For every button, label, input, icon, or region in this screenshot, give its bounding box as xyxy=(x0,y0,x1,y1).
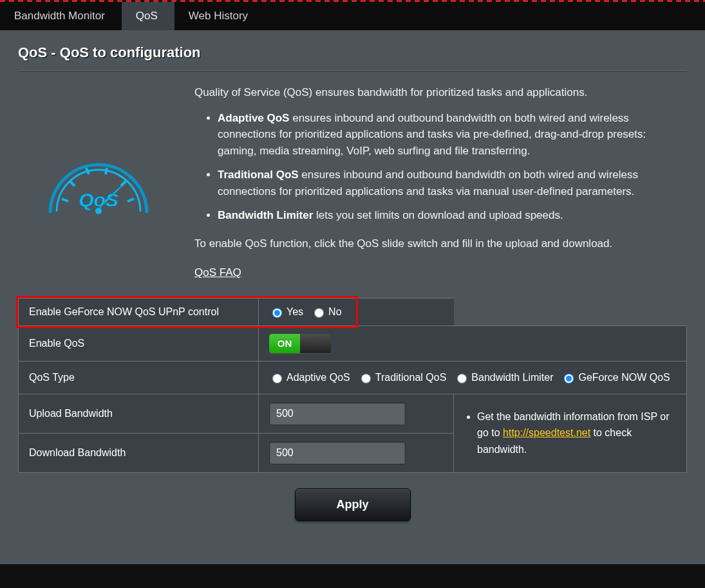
svg-line-4 xyxy=(121,181,126,186)
enable-qos-label: Enable QoS xyxy=(19,326,259,361)
toggle-on-label: ON xyxy=(269,334,300,353)
svg-line-5 xyxy=(127,199,134,201)
row-upload-bandwidth: Upload Bandwidth Mb/s Get the bandwidth … xyxy=(19,394,687,433)
speedtest-link[interactable]: http://speedtest.net xyxy=(503,427,590,438)
enable-qos-toggle[interactable]: ON xyxy=(269,334,331,353)
geforce-upnp-no-radio[interactable] xyxy=(314,308,324,318)
svg-line-3 xyxy=(106,168,107,174)
upload-bandwidth-label: Upload Bandwidth xyxy=(19,394,259,433)
geforce-upnp-no[interactable]: No xyxy=(311,306,341,318)
qos-type-adaptive[interactable]: Adaptive QoS xyxy=(269,372,350,383)
qos-type-adaptive-radio[interactable] xyxy=(272,374,282,383)
row-qos-type: QoS Type Adaptive QoS Traditional QoS Ba… xyxy=(19,361,687,394)
qos-type-limiter-radio[interactable] xyxy=(457,374,467,383)
apply-row: Apply xyxy=(18,488,687,521)
svg-line-0 xyxy=(62,199,68,201)
qos-type-limiter[interactable]: Bandwidth Limiter xyxy=(454,372,553,383)
upload-bandwidth-input[interactable] xyxy=(270,408,406,419)
intro-bullet-adaptive: Adaptive QoS ensures inbound and outboun… xyxy=(218,110,687,160)
no-label: No xyxy=(328,306,341,318)
geforce-option-label: GeForce NOW QoS xyxy=(578,372,670,383)
limiter-option-label: Bandwidth Limiter xyxy=(471,372,553,383)
page-title: QoS - QoS to configuration xyxy=(18,44,687,61)
limiter-desc: lets you set limits on download and uplo… xyxy=(313,209,563,221)
tab-web-history[interactable]: Web History xyxy=(174,2,265,30)
intro-bullet-limiter: Bandwidth Limiter lets you set limits on… xyxy=(218,207,687,224)
tab-qos[interactable]: QoS xyxy=(122,2,174,30)
qos-type-traditional[interactable]: Traditional QoS xyxy=(358,372,447,383)
geforce-upnp-yes-radio[interactable] xyxy=(272,308,282,318)
intro-enable-note: To enable QoS function, click the QoS sl… xyxy=(194,235,687,252)
intro-section: QoS Quality of Service (QoS) ensures ban… xyxy=(18,84,687,281)
download-bandwidth-label: Download Bandwidth xyxy=(19,433,259,472)
download-bandwidth-input-wrap: Mb/s xyxy=(269,441,406,464)
traditional-name: Traditional QoS xyxy=(218,169,299,181)
upload-bandwidth-input-wrap: Mb/s xyxy=(269,402,406,425)
intro-lead: Quality of Service (QoS) ensures bandwid… xyxy=(194,84,687,101)
speedometer-icon: QoS xyxy=(37,136,160,219)
settings-table: Enable GeForce NOW QoS UPnP control Yes … xyxy=(18,298,687,473)
yes-label: Yes xyxy=(287,306,303,318)
intro-bullet-traditional: Traditional QoS ensures inbound and outb… xyxy=(218,167,687,199)
qos-icon: QoS xyxy=(18,84,179,281)
bandwidth-info-text: Get the bandwidth information from ISP o… xyxy=(477,409,676,458)
geforce-upnp-yes[interactable]: Yes xyxy=(269,306,303,318)
main-panel: QoS - QoS to configuration QoS xyxy=(0,30,705,564)
adaptive-option-label: Adaptive QoS xyxy=(287,372,350,383)
title-divider xyxy=(18,70,687,71)
tab-bar: Bandwidth Monitor QoS Web History xyxy=(0,2,705,30)
qos-type-label: QoS Type xyxy=(19,361,259,394)
row-enable-qos: Enable QoS ON xyxy=(19,326,687,361)
svg-text:QoS: QoS xyxy=(79,189,118,210)
download-bandwidth-input[interactable] xyxy=(270,447,406,459)
apply-button[interactable]: Apply xyxy=(295,488,411,521)
geforce-upnp-label: Enable GeForce NOW QoS UPnP control xyxy=(29,306,219,317)
svg-line-1 xyxy=(70,181,75,186)
tab-bandwidth-monitor[interactable]: Bandwidth Monitor xyxy=(0,2,122,30)
qos-type-geforce[interactable]: GeForce NOW QoS xyxy=(561,372,670,383)
limiter-name: Bandwidth Limiter xyxy=(218,209,313,221)
toggle-off-side xyxy=(300,334,331,353)
intro-text: Quality of Service (QoS) ensures bandwid… xyxy=(194,84,687,281)
geforce-upnp-radio-group: Yes No xyxy=(269,306,444,318)
traditional-option-label: Traditional QoS xyxy=(375,372,447,383)
qos-type-geforce-radio[interactable] xyxy=(564,374,574,383)
adaptive-name: Adaptive QoS xyxy=(218,112,289,124)
row-geforce-upnp: Enable GeForce NOW QoS UPnP control Yes … xyxy=(19,298,687,326)
svg-line-2 xyxy=(86,168,89,174)
qos-faq-link[interactable]: QoS FAQ xyxy=(194,264,241,281)
qos-type-radio-group: Adaptive QoS Traditional QoS Bandwidth L… xyxy=(269,369,676,386)
qos-type-traditional-radio[interactable] xyxy=(361,374,371,383)
